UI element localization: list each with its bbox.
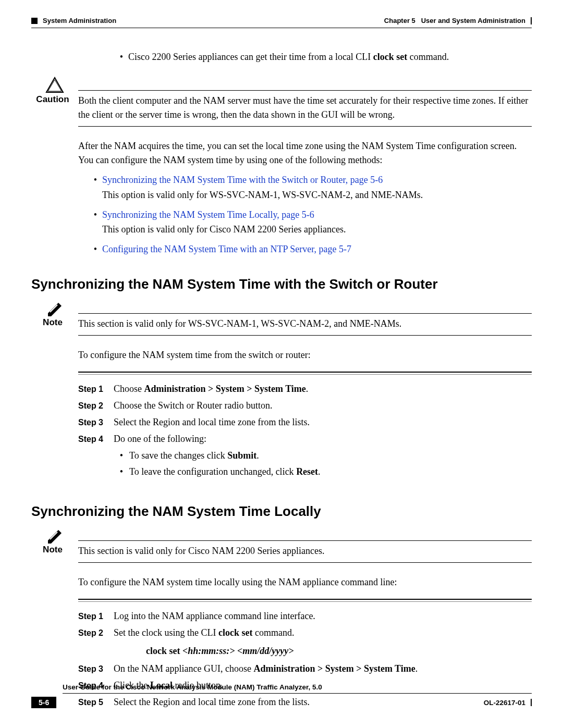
section2-note-text: This section is valid only for Cisco NAM… xyxy=(78,546,324,556)
s2-step2-bold: clock set xyxy=(218,627,252,638)
caution-block: Caution Both the client computer and the… xyxy=(31,76,532,134)
section2-note: Note This section is valid only for Cisc… xyxy=(31,527,532,570)
section1-step4-bullet2: • To leave the configuration unchanged, … xyxy=(114,464,532,480)
s2-step2-post: command. xyxy=(252,627,294,638)
link-1-sub: This option is valid only for WS-SVC-NAM… xyxy=(102,189,532,207)
link-2[interactable]: Synchronizing the NAM System Time Locall… xyxy=(102,209,314,220)
section1-note-text: This section is valid only for WS-SVC-NA… xyxy=(78,318,401,329)
s2-step3-post: . xyxy=(415,663,418,674)
s2-step2-pre: Set the clock using the CLI xyxy=(114,627,218,638)
s1-step1-pre: Choose xyxy=(114,384,144,394)
intro-bullet-bold: clock set xyxy=(373,52,407,62)
footer-title: User Guide for the Cisco Network Analysi… xyxy=(63,683,532,694)
link-1[interactable]: Synchronizing the NAM System Time with t… xyxy=(102,175,383,185)
header-chapter-title: User and System Administration xyxy=(421,17,525,24)
caution-icon xyxy=(45,77,64,93)
section1-heading: Synchronizing the NAM System Time with t… xyxy=(31,276,532,292)
header-chapter: Chapter 5 xyxy=(384,17,415,24)
cmd-italic: <hh:mm:ss:> <mm/dd/yyyy> xyxy=(182,646,294,656)
section2-note-label: Note xyxy=(31,545,74,555)
section1-note-label: Note xyxy=(31,317,74,328)
s1-step2-text: Choose the Switch or Router radio button… xyxy=(114,399,532,413)
section1-step3: Step 3 Select the Region and local time … xyxy=(78,414,532,431)
intro-bullet-post: command. xyxy=(407,52,449,62)
note-icon xyxy=(46,301,64,316)
section1-step1: Step 1 Choose Administration > System > … xyxy=(78,381,532,398)
page-number: 5-6 xyxy=(31,697,56,708)
s1-s4-b1-pre: To save the changes click xyxy=(129,450,227,461)
section1-intro: To configure the NAM system time from th… xyxy=(78,348,532,362)
section2-step3: Step 3 On the NAM appliance GUI, choose … xyxy=(78,661,532,677)
link-bullet-1: • Synchronizing the NAM System Time with… xyxy=(89,172,532,188)
doc-number: OL-22617-01 xyxy=(484,699,525,707)
intro-bullet: • Cisco 2200 Series appliances can get t… xyxy=(115,49,532,65)
link-3[interactable]: Configuring the NAM System Time with an … xyxy=(102,244,351,254)
section2-command: clock set <hh:mm:ss:> <mm/dd/yyyy> xyxy=(146,641,532,661)
section2-heading: Synchronizing the NAM System Time Locall… xyxy=(31,503,532,520)
s1-s4-b2-bold: Reset xyxy=(296,466,318,477)
page-header: System Administration Chapter 5 User and… xyxy=(31,17,532,28)
section1-step2: Step 2 Choose the Switch or Router radio… xyxy=(78,398,532,414)
s1-s4-b2-post: . xyxy=(318,466,321,477)
s1-step1-bold: Administration > System > System Time xyxy=(144,384,306,394)
page-footer: User Guide for the Cisco Network Analysi… xyxy=(31,683,532,708)
link-bullet-2: • Synchronizing the NAM System Time Loca… xyxy=(89,207,532,223)
s1-step4-text: Do one of the following: xyxy=(114,432,532,447)
s1-step3-text: Select the Region and local time zone fr… xyxy=(114,415,532,430)
section2-intro: To configure the NAM system time locally… xyxy=(78,575,532,589)
s1-step1-post: . xyxy=(306,384,309,394)
header-section-title: System Administration xyxy=(43,17,116,24)
caution-text: Both the client computer and the NAM ser… xyxy=(78,95,528,120)
post-caution-paragraph: After the NAM acquires the time, you can… xyxy=(78,139,532,167)
s2-step1-text: Log into the NAM appliance command line … xyxy=(114,609,532,624)
s1-s4-b2-pre: To leave the configuration unchanged, cl… xyxy=(129,466,296,477)
section2-step1: Step 1 Log into the NAM appliance comman… xyxy=(78,608,532,625)
s2-step3-pre: On the NAM appliance GUI, choose xyxy=(114,663,253,674)
section1-step4-bullet1: • To save the changes click Submit. xyxy=(114,448,532,464)
s2-step3-bold: Administration > System > System Time xyxy=(253,663,415,674)
section1-step4: Step 4 Do one of the following: xyxy=(78,431,532,448)
s1-s4-b1-post: . xyxy=(256,450,259,461)
footer-marker xyxy=(531,699,532,706)
link-bullet-3: • Configuring the NAM System Time with a… xyxy=(89,241,532,257)
header-marker-left xyxy=(31,18,38,24)
section1-note: Note This section is valid only for WS-S… xyxy=(31,300,532,343)
header-marker-right xyxy=(531,17,532,24)
intro-bullet-pre: Cisco 2200 Series appliances can get the… xyxy=(128,52,373,62)
note-icon xyxy=(46,528,64,544)
link-2-sub: This option is valid only for Cisco NAM … xyxy=(102,223,532,241)
section2-step2: Step 2 Set the clock using the CLI clock… xyxy=(78,625,532,641)
cmd-bold: clock set xyxy=(146,646,182,656)
caution-label: Caution xyxy=(31,94,74,105)
s1-s4-b1-bold: Submit xyxy=(227,450,256,461)
